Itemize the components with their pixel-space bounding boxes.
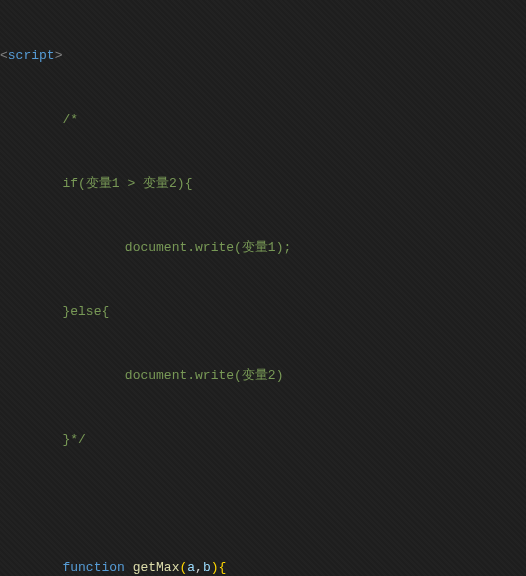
comment-line-5: document.write(变量2) — [0, 360, 526, 392]
kw-function: function — [62, 560, 124, 575]
code-block: <script> /* if(变量1 > 变量2){ document.writ… — [0, 0, 526, 576]
comment-line-2: if(变量1 > 变量2){ — [0, 168, 526, 200]
param-a: a — [187, 560, 195, 575]
blank-line — [0, 488, 526, 520]
comment-line-6: }*/ — [0, 424, 526, 456]
comment-line-4: }else{ — [0, 296, 526, 328]
paren-close: ) — [211, 560, 219, 575]
line-open-tag: <script> — [0, 40, 526, 72]
comma: , — [195, 560, 203, 575]
param-b: b — [203, 560, 211, 575]
comment-line-1: /* — [0, 104, 526, 136]
angle-close: > — [55, 48, 63, 63]
brace-open: { — [219, 560, 227, 575]
tag-name: script — [8, 48, 55, 63]
angle-open: < — [0, 48, 8, 63]
comment-line-3: document.write(变量1); — [0, 232, 526, 264]
fn-decl-line: function getMax(a,b){ — [0, 552, 526, 576]
fn-name: getMax — [133, 560, 180, 575]
